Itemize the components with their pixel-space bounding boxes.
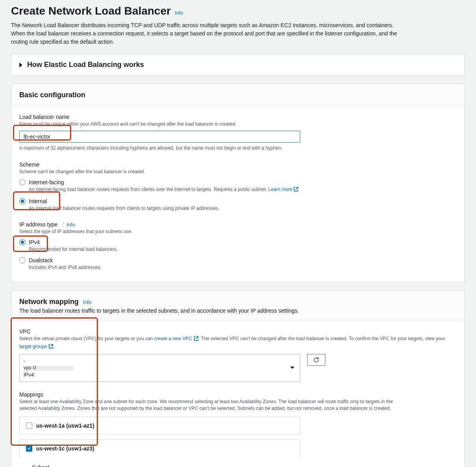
- page-description: The Network Load Balancer distributes in…: [11, 21, 404, 46]
- basic-config-panel: Basic configuration Load balancer name N…: [11, 83, 465, 282]
- learn-more-link[interactable]: Learn more: [268, 187, 299, 192]
- scheme-hint: Scheme can't be changed after the load b…: [19, 169, 457, 175]
- radio-unchecked-icon: [19, 257, 26, 263]
- external-link-icon: [48, 344, 54, 351]
- subnet-label: Subnet: [32, 464, 457, 467]
- mappings-desc: Select at least one Availability Zone an…: [19, 398, 397, 412]
- lb-name-hint-bottom: A maximum of 32 alphanumeric characters …: [19, 145, 457, 152]
- scheme-internet-desc: An internet-facing load balancer routes …: [29, 186, 457, 194]
- how-elb-works-toggle[interactable]: How Elastic Load Balancing works: [11, 54, 465, 75]
- ip-type-label: IP address type: [19, 221, 57, 228]
- info-link-page[interactable]: Info: [175, 10, 183, 16]
- network-mapping-panel: Network mapping Info The load balancer r…: [11, 290, 465, 467]
- mappings-label: Mappings: [19, 391, 457, 398]
- lb-name-label: Load balancer name: [19, 114, 457, 120]
- ip-type-ipv4-desc: Recommended for internal load balancers.: [29, 246, 457, 253]
- create-vpc-link[interactable]: create a new VPC: [154, 336, 199, 341]
- vpc-label: VPC: [19, 328, 457, 335]
- radio-unchecked-icon: [19, 179, 26, 185]
- how-elb-works-panel: How Elastic Load Balancing works: [11, 54, 465, 76]
- scheme-internal-desc: An internal load balancer routes request…: [29, 205, 457, 212]
- ip-type-dualstack-radio[interactable]: Dualstack: [19, 257, 457, 263]
- lb-name-input[interactable]: [19, 131, 300, 143]
- az-row-usw1a[interactable]: us-west-1a (usw1-az1): [19, 417, 300, 435]
- redacted-text: [36, 366, 74, 371]
- refresh-icon: [313, 357, 319, 363]
- vpc-select[interactable]: - vpc-0 IPv4:: [19, 354, 300, 382]
- caret-right-icon: [19, 63, 22, 67]
- ip-type-ipv4-radio[interactable]: IPv4: [19, 239, 457, 245]
- how-elb-works-title: How Elastic Load Balancing works: [27, 61, 144, 69]
- scheme-internet-facing-radio[interactable]: Internet-facing: [19, 179, 457, 185]
- az-row-usw1c[interactable]: us-west-1c (usw1-az3): [19, 439, 300, 457]
- external-link-icon: [194, 336, 199, 343]
- ip-type-hint: Select the type of IP addresses that you…: [19, 228, 457, 235]
- external-link-icon: [293, 187, 299, 194]
- lb-name-hint-top: Name must be unique within your AWS acco…: [19, 121, 457, 128]
- vpc-desc: Select the virtual private cloud (VPC) f…: [19, 335, 457, 351]
- checkbox-checked-icon[interactable]: [26, 445, 32, 452]
- target-groups-link[interactable]: target groups: [19, 344, 54, 349]
- scheme-internal-radio[interactable]: Internal: [19, 198, 457, 204]
- network-mapping-title: Network mapping: [19, 298, 79, 306]
- page-title: Create Network Load Balancer: [11, 5, 171, 17]
- scheme-label: Scheme: [19, 161, 457, 168]
- ip-type-dualstack-desc: Includes IPv4 and IPv6 addresses.: [29, 264, 457, 271]
- radio-checked-icon: [19, 198, 26, 204]
- checkbox-unchecked-icon[interactable]: [26, 423, 32, 429]
- chevron-down-icon: [290, 367, 294, 369]
- network-mapping-info-link[interactable]: Info: [83, 299, 92, 305]
- network-mapping-desc: The load balancer routes traffic to targ…: [19, 308, 457, 314]
- basic-config-header: Basic configuration: [11, 84, 465, 107]
- ip-type-info-link[interactable]: Info: [61, 222, 75, 228]
- radio-checked-icon: [19, 239, 26, 245]
- refresh-button[interactable]: [307, 354, 325, 366]
